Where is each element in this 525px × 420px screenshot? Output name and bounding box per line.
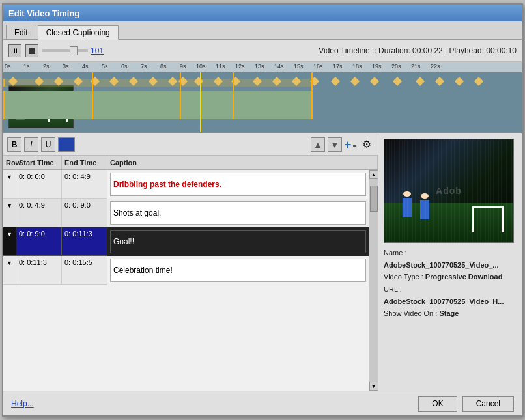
table-row[interactable]: ▼ 0: 0: 9:0 0: 0:11:3 Goal!! — [3, 227, 369, 256]
color-button[interactable] — [58, 137, 75, 152]
italic-button[interactable]: I — [24, 137, 38, 152]
add-remove-group: + - — [345, 138, 357, 151]
url-label: URL : — [384, 285, 402, 293]
caption-text-1[interactable]: Dribbling past the defenders. — [110, 173, 366, 196]
caption-text-3[interactable]: Goal!! — [110, 230, 366, 253]
row-caption-2[interactable]: Shots at goal. — [107, 199, 369, 227]
row-end-2[interactable]: 0: 0: 9:0 — [62, 199, 107, 227]
v-scrollbar[interactable]: ▲ ▼ — [369, 170, 378, 391]
ruler-label-1: 1s — [23, 63, 30, 70]
col-caption: Caption — [107, 156, 378, 169]
row-caption-1[interactable]: Dribbling past the defenders. — [107, 170, 369, 199]
ruler-label-13: 13s — [255, 63, 264, 70]
title-bar: Edit Video Timing — [3, 5, 522, 21]
video-type-line: Video Type : Progressive Download — [384, 271, 517, 283]
row-end-3[interactable]: 0: 0:11:3 — [62, 227, 107, 256]
captions-table[interactable]: ▼ 0: 0: 0:0 0: 0: 4:9 Dribbling past the… — [3, 170, 369, 391]
table-row[interactable]: ▼ 0: 0: 4:9 0: 0: 9:0 Shots at goal. — [3, 199, 369, 227]
ruler-label-22: 22s — [431, 63, 440, 70]
stop-button[interactable] — [25, 44, 38, 57]
ruler-label-11: 11s — [216, 63, 225, 70]
ok-button[interactable]: OK — [418, 396, 457, 412]
table-scroll-area: ▼ 0: 0: 0:0 0: 0: 4:9 Dribbling past the… — [3, 170, 378, 391]
row-start-3[interactable]: 0: 0: 9:0 — [16, 227, 62, 256]
ruler-label-5: 5s — [102, 63, 108, 70]
player-2 — [420, 193, 429, 219]
type-label: Video Type : — [384, 273, 425, 281]
help-link[interactable]: Help... — [11, 399, 34, 408]
underline-button[interactable]: U — [41, 137, 55, 152]
video-show-line: Show Video On : Stage — [384, 307, 517, 320]
row-caption-3[interactable]: Goal!! — [107, 227, 369, 256]
tab-closed-captioning[interactable]: Closed Captioning — [38, 25, 119, 40]
vscroll-track[interactable] — [369, 179, 378, 382]
row-arrow-2[interactable]: ▼ — [3, 199, 16, 227]
diamond-d20 — [474, 77, 483, 86]
col-row: Row — [3, 156, 16, 169]
watermark: Adob — [436, 186, 462, 196]
ruler-label-4: 4s — [82, 63, 89, 70]
diamond-d16 — [393, 77, 402, 86]
col-end-time: End Time — [62, 156, 107, 169]
add-button[interactable]: + — [345, 139, 352, 150]
ruler-label-8: 8s — [160, 63, 167, 70]
row-end-1[interactable]: 0: 0: 4:9 — [62, 170, 107, 199]
table-row[interactable]: ▼ 0: 0:11:3 0: 0:15:5 Celebration time! — [3, 256, 369, 285]
side-panel: Adob Name : AdobeStock_100770525_Video_.… — [378, 133, 522, 391]
name-value: AdobeStock_100770525_Video_... — [384, 261, 499, 269]
ruler-label-14: 14s — [274, 63, 284, 70]
video-info: Name : AdobeStock_100770525_Video_... Vi… — [384, 247, 517, 320]
caption-line-4 — [311, 72, 313, 119]
speed-slider[interactable] — [42, 49, 88, 52]
move-down-button[interactable]: ▼ — [328, 137, 342, 152]
scroll-down-btn[interactable]: ▼ — [369, 382, 378, 391]
row-arrow-1[interactable]: ▼ — [3, 170, 16, 199]
name-label: Name : — [384, 249, 406, 257]
caption-text-4[interactable]: Celebration time! — [110, 259, 366, 282]
speed-value[interactable]: 101 — [91, 46, 104, 55]
track-area[interactable] — [3, 72, 522, 133]
tab-edit[interactable]: Edit — [6, 25, 36, 39]
slider-thumb[interactable] — [70, 46, 78, 55]
pause-icon: ⏸ — [12, 47, 19, 55]
separator: - — [352, 138, 357, 151]
show-value: Stage — [439, 309, 459, 317]
scroll-up-btn[interactable]: ▲ — [369, 170, 378, 179]
bold-button[interactable]: B — [7, 137, 21, 152]
caption-line-1 — [92, 72, 93, 119]
row-arrow-3[interactable]: ▼ — [3, 227, 16, 256]
settings-button[interactable]: ⚙ — [360, 137, 374, 152]
row-start-2[interactable]: 0: 0: 4:9 — [16, 199, 62, 227]
diamond-d19 — [455, 77, 464, 86]
pause-button[interactable]: ⏸ — [8, 44, 21, 57]
vscroll-thumb[interactable] — [370, 186, 378, 212]
row-start-1[interactable]: 0: 0: 0:0 — [16, 170, 62, 199]
url-value: AdobeStock_100770525_Video_H... — [384, 298, 504, 305]
ruler-label-20: 20s — [391, 63, 401, 70]
dialog-title: Edit Video Timing — [8, 8, 79, 18]
move-up-button[interactable]: ▲ — [311, 137, 325, 152]
caption-bars — [3, 91, 522, 120]
ruler-label-12: 12s — [235, 63, 245, 70]
timeline-ruler: 0s 1s 2s 3s 4s 5s 6s 7s 8s 9s 10s 11s 12… — [3, 62, 522, 72]
caption-line-2 — [180, 72, 181, 119]
caption-text-2[interactable]: Shots at goal. — [110, 201, 366, 225]
table-row[interactable]: ▼ 0: 0: 0:0 0: 0: 4:9 Dribbling past the… — [3, 170, 369, 199]
cancel-button[interactable]: Cancel — [462, 396, 514, 412]
ruler-label-18: 18s — [352, 63, 362, 70]
speed-slider-container: 101 — [42, 46, 104, 55]
diamond-d18 — [435, 77, 444, 86]
row-arrow-4[interactable]: ▼ — [3, 256, 16, 285]
video-preview: Adob — [384, 139, 514, 243]
timeline-section: 0s 1s 2s 3s 4s 5s 6s 7s 8s 9s 10s 11s 12… — [3, 62, 522, 133]
playhead[interactable] — [200, 72, 201, 133]
diamond-d13 — [331, 77, 340, 86]
diamond-d17 — [416, 77, 425, 86]
row-end-4[interactable]: 0: 0:15:5 — [62, 256, 107, 285]
row-start-4[interactable]: 0: 0:11:3 — [16, 256, 62, 285]
show-label: Show Video On : — [384, 309, 439, 317]
ruler-label-19: 19s — [372, 63, 382, 70]
row-caption-4[interactable]: Celebration time! — [107, 256, 369, 285]
ruler-label-9: 9s — [180, 63, 186, 70]
timeline-info: Video Timeline :: Duration: 00:00:22 | P… — [319, 46, 517, 55]
